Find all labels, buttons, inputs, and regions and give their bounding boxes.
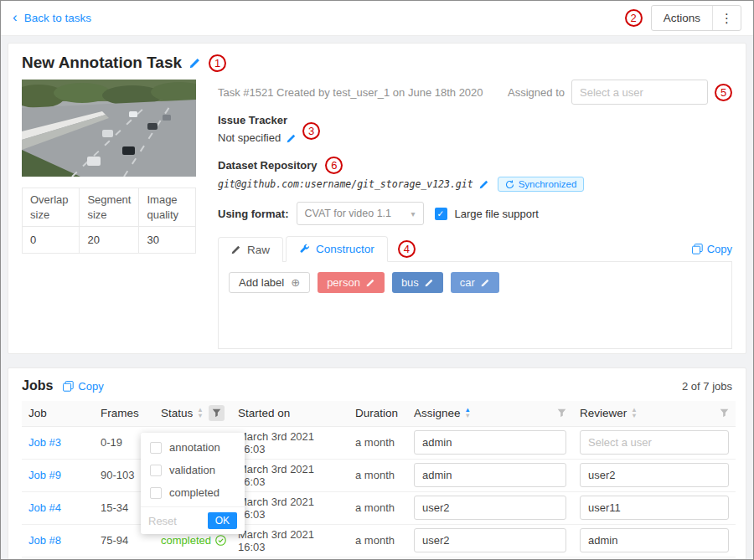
col-assignee: Assignee ▲▼ [407, 401, 573, 426]
param-segment-size-value: 20 [80, 227, 139, 254]
completed-checkbox[interactable] [150, 487, 162, 499]
annotation-circle-3: 3 [302, 122, 320, 140]
col-started-on: Started on [231, 401, 349, 426]
tab-raw[interactable]: Raw [218, 237, 283, 262]
label-tag-bus[interactable]: bus [392, 272, 443, 293]
edit-issue-tracker-icon[interactable] [287, 133, 297, 143]
sync-status-badge: Synchronized [498, 177, 585, 192]
format-select[interactable]: CVAT for video 1.1 ▾ [297, 202, 424, 225]
filter-ok-button[interactable]: OK [208, 512, 237, 529]
job-reviewer-input[interactable] [580, 463, 729, 487]
dataset-repository-label: Dataset Repository [218, 159, 317, 172]
job-reviewer-input[interactable] [580, 496, 729, 520]
large-file-support-label: Large file support [455, 208, 539, 220]
task-assignee-input[interactable] [571, 80, 708, 105]
col-reviewer: Reviewer ▲▼ [573, 401, 736, 426]
job-assignee-input[interactable] [414, 496, 566, 520]
filter-option-completed[interactable]: completed [141, 481, 245, 504]
job-assignee-input[interactable] [414, 430, 566, 455]
param-image-quality-label: Image quality [139, 188, 196, 227]
annotation-circle-1: 1 [209, 54, 226, 72]
job-row-1: Job #3 0-19 March 3rd 2021 16:03 a month [22, 426, 736, 459]
job-link[interactable]: Job #3 [28, 436, 61, 449]
parameters-header-row: Overlap size Segment size Image quality [23, 188, 196, 227]
status-filter-icon[interactable] [209, 405, 225, 421]
filter-option-validation[interactable]: validation [141, 459, 245, 481]
job-started-on: March 3rd 2021 16:03 [238, 496, 314, 521]
label-tag-person-name: person [327, 276, 360, 289]
actions-label: Actions [652, 6, 712, 30]
jobs-count: 2 of 7 jobs [682, 380, 732, 393]
assignee-sort-icon[interactable]: ▲▼ [465, 408, 471, 419]
task-meta-row: Task #1521 Created by test_user_1 on Jun… [218, 80, 732, 105]
copy-labels-label: Copy [707, 243, 732, 255]
tool-icon [299, 244, 310, 254]
task-details-card: New Annotation Task 1 [8, 43, 746, 354]
param-overlap-size-value: 0 [23, 227, 80, 254]
back-to-tasks-label: Back to tasks [24, 12, 91, 24]
main-content: New Annotation Task 1 [1, 36, 753, 559]
copy-jobs-link[interactable]: Copy [63, 380, 103, 393]
validation-checkbox[interactable] [150, 465, 162, 476]
job-row-3: Job #4 15-34 March 3rd 2021 16:03 a mont… [22, 491, 736, 524]
dataset-repository-row: Dataset Repository 6 [218, 157, 732, 174]
actions-button[interactable]: Actions ⋮ [651, 5, 741, 31]
edit-label-icon[interactable] [366, 278, 375, 287]
job-row-2: Job #9 90-103 March 3rd 2021 16:03 a mon… [22, 459, 736, 491]
job-link[interactable]: Job #9 [28, 469, 61, 481]
label-tag-car-name: car [460, 276, 475, 289]
job-assignee-input[interactable] [414, 528, 566, 552]
job-link[interactable]: Job #8 [28, 534, 61, 547]
edit-task-name-icon[interactable] [189, 57, 201, 69]
param-segment-size-label: Segment size [80, 188, 139, 227]
label-tag-bus-name: bus [401, 276, 419, 289]
copy-labels-link[interactable]: Copy [692, 243, 732, 255]
issue-tracker-value: Not specified [218, 131, 281, 144]
sync-status-label: Synchronized [519, 179, 577, 189]
copy-icon [63, 381, 74, 392]
job-assignee-input[interactable] [414, 463, 566, 487]
chevron-down-icon: ▾ [411, 209, 415, 218]
job-reviewer-input[interactable] [580, 528, 729, 552]
label-tag-car[interactable]: car [451, 272, 499, 293]
assigned-to-label: Assigned to [508, 86, 565, 99]
job-link[interactable]: Job #4 [28, 501, 61, 514]
add-label-text: Add label [239, 276, 284, 289]
back-arrow-icon: ‹ [13, 10, 18, 24]
tab-constructor[interactable]: Constructor [286, 236, 388, 262]
tab-constructor-label: Constructor [316, 243, 374, 255]
edit-label-icon[interactable] [481, 278, 490, 287]
job-row-4: Job #8 75-94 completed March 3rd 2021 16… [22, 524, 736, 557]
jobs-table: Job Frames Status ▲▼ Started on [22, 401, 736, 557]
jobs-card: Jobs Copy 2 of 7 jobs Job [8, 367, 746, 559]
filter-dropdown-footer: Reset OK [141, 506, 245, 534]
filter-option-annotation[interactable]: annotation [141, 436, 245, 459]
label-tag-person[interactable]: person [318, 272, 385, 293]
status-sort-icon[interactable]: ▲▼ [197, 408, 203, 419]
task-right-column: Task #1521 Created by test_user_1 on Jun… [218, 80, 732, 349]
labels-tab-bar: Raw Constructor 4 [218, 236, 732, 262]
annotation-checkbox[interactable] [150, 442, 162, 454]
reviewer-sort-icon[interactable]: ▲▼ [631, 408, 637, 419]
reviewer-filter-icon[interactable] [720, 408, 729, 418]
job-reviewer-input[interactable] [580, 430, 729, 455]
add-label-button[interactable]: Add label ⊕ [229, 272, 310, 293]
task-parameters-table: Overlap size Segment size Image quality … [22, 188, 196, 254]
param-overlap-size-label: Overlap size [23, 188, 80, 227]
job-frames: 90-103 [101, 469, 134, 481]
large-file-support-checkbox[interactable]: ✓ [435, 208, 447, 220]
cvat-task-page: ‹ Back to tasks 2 Actions ⋮ New Annotati… [0, 0, 754, 560]
task-left-column: Overlap size Segment size Image quality … [22, 80, 196, 349]
edit-repository-icon[interactable] [479, 179, 489, 189]
col-duration: Duration [349, 401, 407, 426]
edit-label-icon[interactable] [425, 278, 434, 287]
filter-option-label: completed [169, 486, 219, 499]
col-status: Status ▲▼ [154, 401, 231, 426]
filter-reset-button[interactable]: Reset [148, 515, 177, 527]
task-preview-image [22, 80, 196, 177]
more-actions-icon[interactable]: ⋮ [713, 6, 741, 30]
assignee-filter-icon[interactable] [557, 408, 566, 418]
topbar: ‹ Back to tasks 2 Actions ⋮ [1, 1, 753, 36]
assigned-to-box: Assigned to 5 [508, 80, 732, 105]
back-to-tasks-link[interactable]: ‹ Back to tasks [13, 12, 91, 24]
